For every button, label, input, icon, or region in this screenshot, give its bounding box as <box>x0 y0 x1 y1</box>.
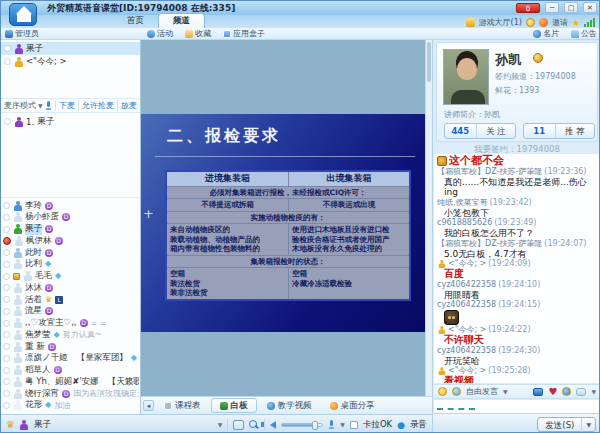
member-row[interactable]: 流星D <box>1 306 139 317</box>
favorite-button[interactable]: 收藏 <box>185 28 211 39</box>
member-row[interactable]: ,,♡攻宜主♡,,D= = <box>1 318 139 329</box>
mic-down-button[interactable]: 下麦 <box>55 100 75 111</box>
tv-icon[interactable] <box>533 388 543 396</box>
member-icon <box>13 224 22 234</box>
allow-grab-mic-button[interactable]: 允许抢麦 <box>78 100 114 111</box>
speak-mode-dropdown[interactable]: 自由发言 <box>466 386 498 397</box>
member-row[interactable]: 沐沐D <box>1 282 139 293</box>
member-row[interactable]: 杨小虾蛋D <box>1 212 139 223</box>
message-text: 不许聊天 <box>437 335 597 346</box>
chevron-down-icon[interactable]: ▼ <box>38 102 43 109</box>
member-row[interactable]: 果子D <box>1 224 139 235</box>
screenshot-icon[interactable] <box>233 420 244 430</box>
game-hall-icon[interactable] <box>466 18 475 27</box>
magnifier-icon[interactable] <box>249 420 259 430</box>
member-note: 加油 <box>54 400 70 411</box>
level-badge: L <box>55 296 63 304</box>
invite-label[interactable]: 邀请 <box>552 17 568 28</box>
member-icon <box>13 306 22 316</box>
activity-button[interactable]: 活动 <box>147 28 173 39</box>
message-settings-icon[interactable] <box>576 388 586 396</box>
sender-name: 纯纸.侯菜宝哥 <box>437 198 488 208</box>
vip-badge: D <box>55 237 63 245</box>
appbox-button[interactable]: 应用盒子 <box>223 28 265 39</box>
recommend-button[interactable]: 11 推 荐 <box>523 123 595 139</box>
member-row[interactable]: 凛旗ノ千姬【皇家军团】◆ <box>1 353 139 364</box>
close-button[interactable]: ✕ <box>583 2 597 13</box>
member-row[interactable]: 李玲D <box>1 200 139 211</box>
screenshare-icon <box>330 402 338 410</box>
member-name: 活着 <box>25 294 42 305</box>
tab-channel[interactable]: 频道 <box>158 13 205 28</box>
smiley-icon[interactable] <box>526 18 535 27</box>
notice-button[interactable]: 公告 <box>571 28 597 39</box>
volume-knob[interactable] <box>312 421 318 430</box>
chat-input[interactable] <box>434 400 600 413</box>
member-row[interactable]: 枫伊林D <box>1 235 139 246</box>
chevron-down-icon[interactable]: ▼ <box>503 388 508 395</box>
tab-screenshare[interactable]: 桌面分享 <box>322 398 383 413</box>
record-icon[interactable]: ● <box>397 420 405 430</box>
stage-tab-bar: ◂ 课程表 白板 教学视频 桌面分享 <box>141 396 432 414</box>
member-row[interactable]: 毛毛◆ <box>1 271 139 282</box>
tab-whiteboard[interactable]: 白板 <box>211 398 257 413</box>
star-icon[interactable]: ★ <box>572 18 580 28</box>
emoticon-picker-icon[interactable] <box>438 387 447 396</box>
member-row[interactable]: 花形◆加油 <box>1 400 139 411</box>
chevron-down-icon[interactable]: ▼ <box>340 421 345 428</box>
member-row[interactable]: 绕行深宵D因为表演玫瑰确定无疑我 <box>1 388 139 399</box>
member-row[interactable]: 焦梦莹◆努力认真~ <box>1 329 139 340</box>
whiteboard-icon <box>220 402 228 410</box>
follow-button[interactable]: 445 关 注 <box>444 123 516 139</box>
member-name: 李玲 <box>25 200 42 211</box>
member-name: 枫伊林 <box>26 235 52 246</box>
network-signal-icon <box>584 18 595 27</box>
follow-count: 445 <box>445 124 477 138</box>
member-row[interactable]: 稻草人D <box>1 365 139 376</box>
music-icon[interactable] <box>539 18 548 27</box>
mic-queue-row[interactable]: 1. 果子 <box>1 115 140 128</box>
admin-button[interactable]: 管理员 <box>5 28 39 39</box>
tab-home[interactable]: 首页 <box>113 14 158 28</box>
whiteboard-scrollbar[interactable] <box>425 40 432 396</box>
face-icon[interactable] <box>562 387 571 396</box>
diamond-badge: ◆ <box>55 272 61 280</box>
sparkle-decoration: + <box>143 206 154 221</box>
mic-mode-label[interactable]: 麦序模式 <box>4 100 36 111</box>
radio-icon <box>3 261 10 268</box>
mic-user-row[interactable]: 果子 <box>1 42 140 55</box>
maximize-button[interactable]: ▢ <box>564 2 578 13</box>
message-text: 用眼睛看 <box>437 290 597 301</box>
chevron-down-icon[interactable]: ▼ <box>591 388 596 395</box>
release-mic-button[interactable]: 放麦 <box>117 100 137 111</box>
member-row[interactable]: 此时D <box>1 247 139 258</box>
tab-video[interactable]: 教学视频 <box>259 398 320 413</box>
member-row[interactable]: 重 新D <box>1 341 139 352</box>
member-name: 比利 <box>25 259 42 270</box>
member-name: 此时 <box>25 247 42 258</box>
member-row[interactable]: 粤 Yh、媚媚✘'安娜【天籁歌手】 <box>1 376 139 387</box>
member-row[interactable]: 比利◆ <box>1 259 139 270</box>
scrollbar-thumb[interactable] <box>427 42 431 82</box>
member-row[interactable]: 活着♛L <box>1 294 139 305</box>
chevron-down-icon[interactable]: ▼ <box>218 421 223 428</box>
collapse-icon[interactable]: ◂ <box>143 400 154 411</box>
heart-icon[interactable]: ♥ <box>548 387 557 397</box>
volume-slider[interactable] <box>281 423 323 427</box>
minimize-button[interactable]: ─ <box>545 2 559 13</box>
chevron-down-icon[interactable]: ▼ <box>582 421 595 428</box>
notice-badge[interactable]: 0 <box>516 3 540 13</box>
card-button[interactable]: 名片 <box>533 28 559 39</box>
mic-user-row[interactable]: <"今今; > <box>1 55 140 68</box>
karaoke-checkbox[interactable] <box>350 421 358 429</box>
send-button[interactable]: 发送(S) ▼ <box>537 417 596 432</box>
microphone-icon[interactable] <box>328 420 335 429</box>
record-label[interactable]: 录音 <box>410 419 427 431</box>
message-time: (19:24:07) <box>544 239 586 249</box>
game-hall-label[interactable]: 游戏大厅(1) <box>479 17 522 28</box>
tab-schedule[interactable]: 课程表 <box>156 398 209 413</box>
speaker-icon[interactable] <box>270 421 276 429</box>
app-home-icon[interactable] <box>9 3 37 26</box>
self-name-combo[interactable]: 果子 ▼ <box>34 419 222 431</box>
font-style-icon[interactable] <box>452 387 461 396</box>
